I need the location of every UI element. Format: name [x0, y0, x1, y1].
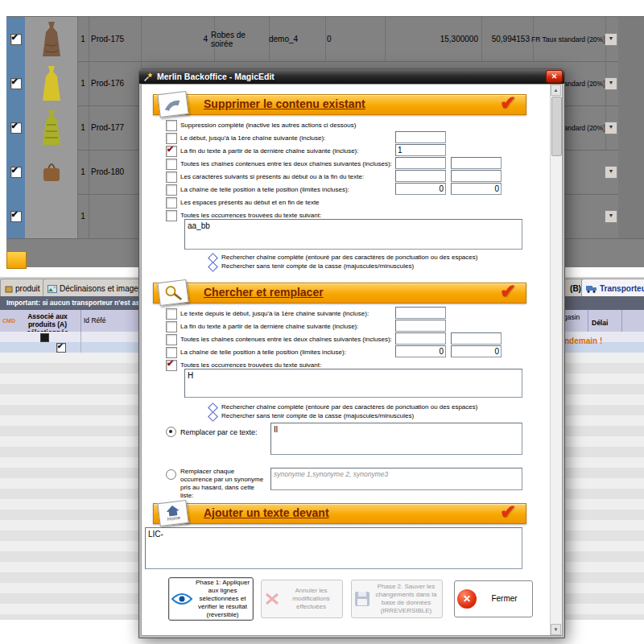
checkbox-espaces[interactable]: ✔: [166, 197, 177, 208]
string-input[interactable]: [395, 144, 446, 156]
column-header-idref[interactable]: Id Réfé: [80, 310, 145, 332]
product-name-cell: Robes de soirée: [208, 17, 270, 61]
string-input[interactable]: [395, 170, 446, 182]
checkbox-fin-texte[interactable]: ✔: [166, 146, 177, 157]
section-check-icon: ✔: [500, 501, 516, 523]
row-select-cell: ✔: [6, 61, 26, 105]
diamond-option[interactable]: [208, 262, 218, 272]
string-input[interactable]: [451, 332, 502, 345]
dropdown-arrow-icon[interactable]: ▼: [605, 122, 617, 134]
row-checkbox[interactable]: ✔: [10, 78, 22, 89]
option-label: La chaîne de telle position à telle posi…: [180, 349, 346, 356]
product-tab-icon: [5, 285, 13, 293]
option-label: Toutes les chaînes contenues entre les d…: [180, 160, 392, 167]
row-checkbox[interactable]: ✔: [10, 122, 22, 134]
dialog-titlebar[interactable]: Merlin Backoffice - MagicEdit ✕: [139, 69, 564, 84]
diamond-option[interactable]: [208, 411, 218, 422]
section-header-replace: Chercher et remplacer ✔: [153, 283, 526, 303]
undo-button[interactable]: Annuler les modifications effectuées: [261, 580, 343, 618]
checkbox-texte-debut[interactable]: ✔: [166, 308, 177, 320]
button-label: Annuler les modifications effectuées: [283, 587, 340, 611]
close-circle-icon: ✕: [457, 589, 477, 609]
tab-declinaisons-images[interactable]: Déclinaisons et image: [43, 279, 151, 298]
check-mark: ✔: [11, 209, 19, 220]
string-input[interactable]: [395, 131, 446, 143]
radio-replace-synonym[interactable]: [166, 469, 176, 480]
checkbox-position[interactable]: ✔: [166, 184, 177, 196]
scroll-down-icon[interactable]: ▼: [551, 624, 561, 635]
price-cell: 50,994153: [478, 17, 534, 61]
position-input[interactable]: [395, 345, 446, 357]
dialog-scrollbar[interactable]: ▲ ▼: [550, 85, 562, 635]
option-label: Toutes les occurrences trouvées du texte…: [180, 212, 321, 219]
dropdown-arrow-icon[interactable]: ▼: [605, 33, 617, 46]
string-input[interactable]: [395, 307, 446, 319]
position-input[interactable]: [451, 183, 502, 195]
phase2-save-button[interactable]: Phase 2. Sauver les changements dans la …: [351, 580, 443, 618]
row-checkbox[interactable]: ✔: [10, 211, 22, 222]
tab-label: produit: [15, 284, 40, 293]
close-icon[interactable]: ✕: [547, 71, 562, 82]
delete-text-input[interactable]: aa_bb: [184, 219, 522, 250]
reference-cell: Prod-180: [89, 150, 142, 194]
dropdown-arrow-icon[interactable]: ▼: [605, 166, 617, 179]
row-checkbox[interactable]: ✔: [56, 343, 66, 353]
column-header-delai[interactable]: Délai: [592, 319, 608, 327]
checkbox-entre-chaines[interactable]: ✔: [166, 159, 177, 170]
section-check-icon: ✔: [500, 280, 516, 303]
reference-cell: Prod-177: [89, 105, 142, 150]
string-input[interactable]: [451, 170, 502, 182]
column-header-magasin: gasin: [564, 313, 580, 321]
close-button[interactable]: ✕ Fermer: [454, 580, 533, 617]
row-select-cell: ✔: [6, 194, 26, 238]
checkbox-occurrences-2[interactable]: ✔: [166, 360, 177, 371]
section-header-prepend: Home Ajouter un texte devant ✔: [153, 503, 526, 524]
string-input[interactable]: [451, 157, 502, 169]
phase1-apply-button[interactable]: Phase 1: Appliquer aux lignes sélectionn…: [168, 577, 254, 621]
checkbox-position-2[interactable]: ✔: [166, 347, 177, 358]
row-checkbox[interactable]: ✔: [10, 34, 22, 45]
replace-text-input[interactable]: Il: [270, 423, 522, 455]
cmd-icon: CMD: [2, 318, 15, 324]
check-mark: ✔: [57, 342, 64, 350]
radio-replace-text[interactable]: [166, 427, 176, 437]
checkbox-suppression-complete[interactable]: ✔: [166, 120, 177, 131]
cell: [618, 17, 644, 61]
string-input[interactable]: [395, 332, 446, 345]
tax-cell: FR Taux standard (20%): [530, 17, 606, 61]
table-row[interactable]: ✔ 1 Prod-175 4 Robes de soirée demo_4 0 …: [6, 17, 644, 62]
synonym-list-input[interactable]: synonyme 1,synonyme 2, synonyme3: [270, 468, 522, 490]
checkbox-occurrences[interactable]: ✔: [166, 210, 177, 221]
dropdown-cell: ▼: [604, 17, 619, 61]
reference-cell: [89, 194, 142, 238]
section-header-delete: Supprimer le contenu existant ✔: [153, 94, 526, 115]
section-title: Chercher et remplacer: [204, 286, 324, 299]
search-text-input[interactable]: H: [184, 369, 522, 398]
option-label: Le texte depuis le début, jusqu'à la 1èr…: [180, 310, 369, 317]
dropdown-arrow-icon[interactable]: ▼: [605, 77, 617, 90]
scroll-up-icon[interactable]: ▲: [551, 85, 561, 96]
check-mark: ✔: [11, 165, 19, 175]
magicedit-dialog: Merlin Backoffice - MagicEdit ✕ Supprime…: [138, 68, 565, 638]
quantity-cell: 1: [77, 105, 89, 150]
row-checkbox[interactable]: ✔: [10, 167, 22, 178]
position-input[interactable]: [451, 345, 502, 357]
quantity-cell: 1: [77, 194, 89, 238]
checkbox-entre-chaines-2[interactable]: ✔: [166, 334, 177, 345]
button-label: Fermer: [479, 595, 530, 603]
delivery-note: ndemain !: [564, 336, 602, 345]
tab-label: Déclinaisons et image: [60, 284, 138, 293]
tab-transporteurs[interactable]: Transporteu: [581, 279, 644, 298]
checkbox-fin-texte-2[interactable]: ✔: [166, 321, 177, 332]
checkbox-debut[interactable]: ✔: [166, 133, 177, 144]
dropdown-arrow-icon[interactable]: ▼: [605, 210, 617, 223]
checkbox-filled[interactable]: [40, 333, 49, 342]
string-input[interactable]: [395, 157, 446, 169]
row-select-cell: ✔: [6, 17, 26, 61]
prepend-text-input[interactable]: LIC-: [145, 527, 522, 569]
scrollbar-thumb[interactable]: [551, 97, 562, 156]
checkbox-caracteres[interactable]: ✔: [166, 171, 177, 183]
column-header-cell[interactable]: CMD Associé aux produits (A) sélectionné…: [0, 310, 81, 332]
string-input[interactable]: [395, 320, 446, 332]
position-input[interactable]: [395, 183, 446, 195]
